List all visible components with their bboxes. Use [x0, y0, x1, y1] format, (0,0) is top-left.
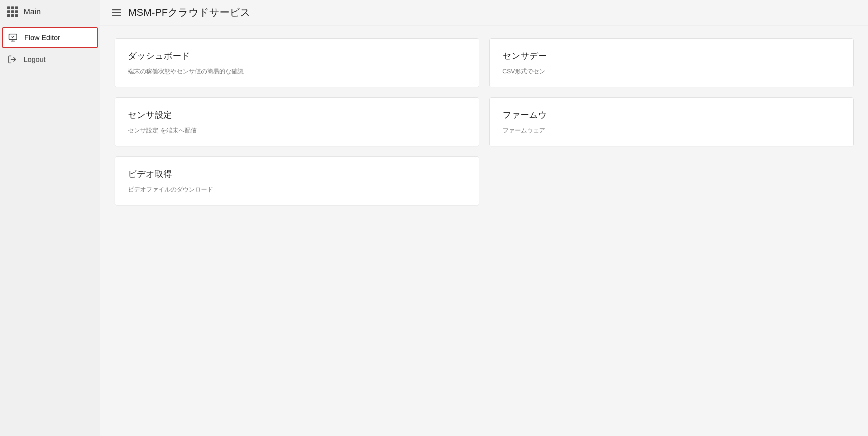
monitor-icon [8, 33, 18, 43]
card-desc-firmware: ファームウェア [503, 126, 841, 135]
card-title-sensor-settings: センサ設定 [128, 109, 466, 121]
card-title-firmware: ファームウ [503, 109, 841, 121]
sidebar: Main Flow Editor [0, 0, 100, 436]
sidebar-header: Main [0, 0, 100, 24]
grid-icon[interactable] [7, 6, 18, 17]
sidebar-title: Main [24, 7, 41, 16]
sidebar-nav: Flow Editor Logout [0, 26, 100, 70]
card-title-video: ビデオ取得 [128, 168, 466, 180]
card-grid: ダッシュボード 端末の稼働状態やセンサ値の簡易的な確認 センサデー CSV形式で… [100, 25, 868, 436]
hamburger-icon[interactable] [112, 9, 121, 16]
page-title: MSM-PFクラウドサービス [128, 6, 250, 19]
main-content: MSM-PFクラウドサービス ダッシュボード 端末の稼働状態やセンサ値の簡易的な… [100, 0, 868, 436]
logout-icon [7, 54, 17, 64]
sidebar-item-label-flow-editor: Flow Editor [24, 34, 60, 42]
sidebar-item-label-logout: Logout [24, 55, 45, 64]
card-desc-sensor-data: CSV形式でセン [503, 67, 841, 76]
card-video[interactable]: ビデオ取得 ビデオファイルのダウンロード [115, 156, 479, 205]
card-sensor-settings[interactable]: センサ設定 センサ設定 を端末へ配信 [115, 97, 479, 146]
card-title-dashboard: ダッシュボード [128, 50, 466, 62]
card-sensor-data[interactable]: センサデー CSV形式でセン [489, 38, 854, 87]
card-dashboard[interactable]: ダッシュボード 端末の稼働状態やセンサ値の簡易的な確認 [115, 38, 479, 87]
card-desc-sensor-settings: センサ設定 を端末へ配信 [128, 126, 466, 135]
sidebar-item-logout[interactable]: Logout [0, 49, 100, 70]
card-desc-dashboard: 端末の稼働状態やセンサ値の簡易的な確認 [128, 67, 466, 76]
card-desc-video: ビデオファイルのダウンロード [128, 185, 466, 194]
top-bar: MSM-PFクラウドサービス [100, 0, 868, 25]
card-title-sensor-data: センサデー [503, 50, 841, 62]
card-firmware[interactable]: ファームウ ファームウェア [489, 97, 854, 146]
sidebar-item-flow-editor[interactable]: Flow Editor [2, 27, 98, 48]
